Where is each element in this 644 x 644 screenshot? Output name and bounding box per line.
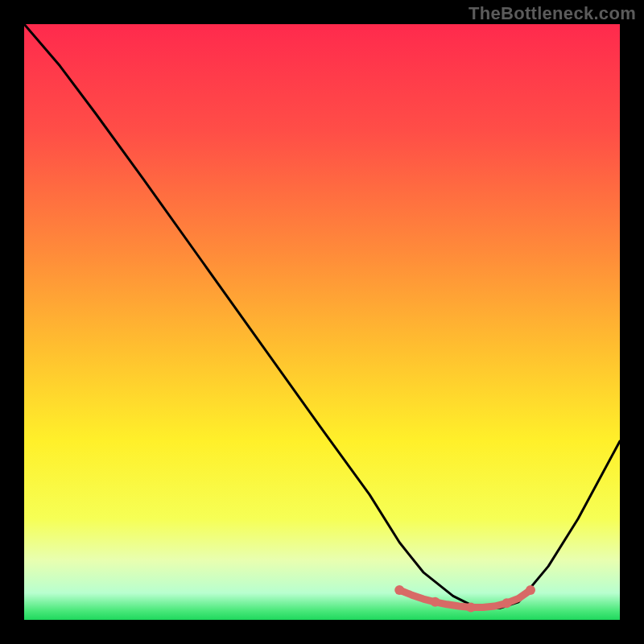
- chart-frame: TheBottleneck.com: [0, 0, 644, 644]
- optimum-marker-dot: [431, 597, 440, 607]
- watermark-label: TheBottleneck.com: [469, 3, 636, 24]
- optimum-marker-dot: [394, 585, 404, 595]
- plot-outer: [24, 24, 620, 620]
- optimum-marker-dot: [502, 598, 511, 608]
- plot-area: [24, 24, 620, 620]
- optimum-marker-dot: [466, 603, 476, 613]
- optimum-marker-dot: [526, 585, 535, 595]
- curve-layer: [24, 24, 620, 620]
- bottleneck-curve-path: [24, 24, 620, 608]
